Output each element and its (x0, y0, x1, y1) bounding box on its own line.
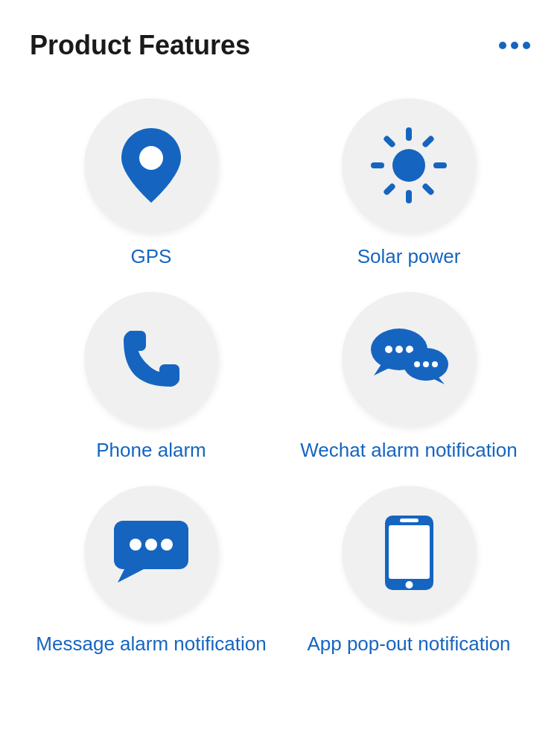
svg-marker-11 (374, 364, 392, 375)
svg-rect-8 (421, 183, 435, 196)
wechat-icon-circle (342, 292, 476, 426)
svg-rect-6 (421, 135, 435, 148)
feature-phone-alarm[interactable]: Phone alarm (30, 292, 273, 463)
svg-point-19 (432, 361, 438, 367)
feature-solar-power[interactable]: Solar power (287, 98, 530, 270)
gps-label: GPS (131, 244, 172, 270)
svg-point-17 (414, 361, 420, 367)
svg-rect-5 (433, 162, 447, 168)
svg-rect-26 (389, 525, 430, 579)
app-popup-label: App pop-out notification (307, 632, 510, 657)
feature-gps[interactable]: GPS (30, 98, 273, 270)
app-icon-circle (342, 486, 476, 620)
wechat-alarm-label: Wechat alarm notification (300, 438, 517, 463)
svg-point-0 (139, 146, 163, 170)
svg-point-18 (423, 361, 429, 367)
svg-rect-27 (400, 519, 419, 522)
dot-3 (523, 42, 530, 49)
solar-power-label: Solar power (357, 244, 461, 270)
feature-wechat-alarm[interactable]: Wechat alarm notification (287, 292, 530, 463)
svg-point-1 (392, 149, 425, 182)
svg-point-13 (395, 346, 403, 353)
svg-marker-21 (118, 568, 144, 583)
phone-alarm-label: Phone alarm (96, 438, 206, 463)
sun-icon-circle (342, 98, 476, 232)
page-title: Product Features (30, 30, 250, 61)
svg-rect-4 (371, 162, 384, 168)
feature-message-alarm[interactable]: Message alarm notification (30, 486, 273, 657)
svg-point-24 (161, 539, 173, 551)
more-options-button[interactable] (499, 42, 530, 49)
svg-rect-3 (406, 190, 412, 203)
svg-point-12 (385, 346, 392, 353)
svg-rect-2 (406, 127, 412, 141)
message-alarm-label: Message alarm notification (36, 632, 266, 657)
svg-point-28 (405, 581, 413, 589)
svg-point-23 (145, 539, 157, 551)
dot-1 (499, 42, 506, 49)
svg-rect-7 (383, 135, 396, 148)
message-icon-circle (84, 486, 218, 620)
features-grid: GPS Solar power (0, 76, 560, 686)
svg-point-22 (130, 539, 141, 551)
phone-icon-circle (84, 292, 218, 426)
svg-rect-9 (383, 183, 396, 196)
dot-2 (511, 42, 518, 49)
feature-app-popup[interactable]: App pop-out notification (287, 486, 530, 657)
gps-icon-circle (84, 98, 218, 232)
page-header: Product Features (0, 0, 560, 76)
